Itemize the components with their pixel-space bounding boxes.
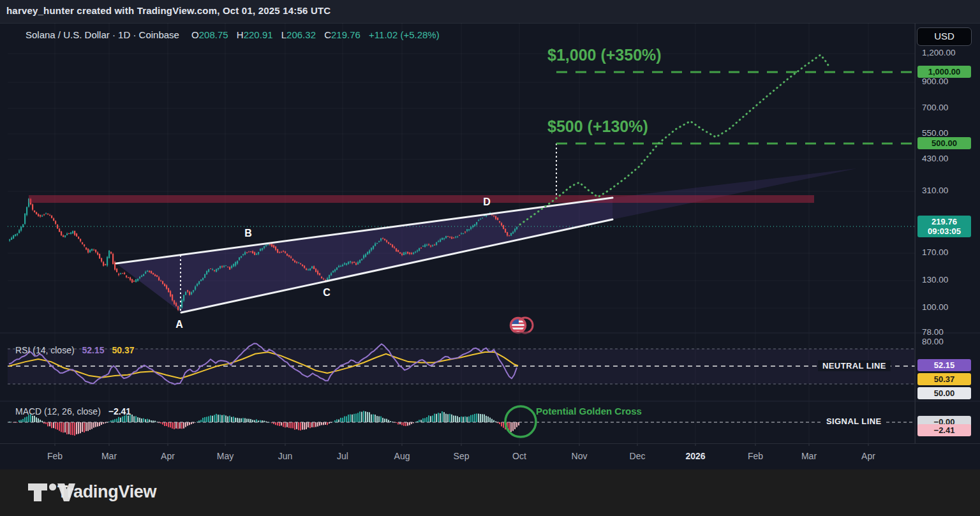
- time-axis[interactable]: FebMarAprMayJunJulAugSepOctNovDec2026Feb…: [0, 443, 980, 470]
- price-axis-label: 80.00: [922, 337, 977, 346]
- time-axis-label-Feb: Feb: [47, 451, 63, 461]
- symbol-info-row: Solana / U.S. Dollar · 1D · Coinbase O20…: [26, 29, 440, 40]
- wedge-label-C: C: [323, 287, 330, 298]
- price-badge-50000: 500.00: [917, 137, 971, 149]
- time-axis-label-Feb: Feb: [748, 451, 763, 461]
- time-axis-label-Nov: Nov: [572, 451, 588, 461]
- rsi-ma-value: 50.37: [112, 345, 134, 355]
- price-axis-label: 78.00: [922, 327, 977, 337]
- price-badge-21976: 219.76 09:03:05: [917, 216, 971, 237]
- rsi-title: RSI (14, close): [15, 345, 75, 355]
- time-axis-label-Apr: Apr: [161, 451, 175, 461]
- price-badge-100000: 1,000.00: [917, 66, 971, 78]
- price-badge-5037: 50.37: [917, 373, 971, 385]
- wedge-label-A: A: [175, 319, 183, 330]
- price-axis-label: 1,200.00: [922, 48, 977, 57]
- close-value: 219.76: [331, 29, 360, 40]
- time-axis-label-Aug: Aug: [394, 451, 410, 461]
- rsi-header: RSI (14, close) 52.15 50.37: [15, 345, 134, 355]
- footer-bar: TradingView: [0, 469, 980, 516]
- price-badge-5000: 50.00: [917, 387, 971, 399]
- change-value: +11.02 (+5.28%): [369, 29, 440, 40]
- open-label: O: [191, 29, 199, 40]
- time-axis-label-Jun: Jun: [278, 451, 293, 461]
- symbol-title[interactable]: Solana / U.S. Dollar · 1D · Coinbase: [26, 29, 179, 40]
- price-axis-label: 310.00: [922, 186, 977, 195]
- signal-line-label: SIGNAL LINE: [822, 416, 886, 427]
- macd-value: −2.41: [108, 406, 131, 416]
- price-axis-label: 550.00: [922, 128, 977, 138]
- tradingview-brand[interactable]: TradingView: [57, 482, 156, 502]
- price-axis-label: 900.00: [922, 77, 977, 86]
- tradingview-published-chart: harvey_hunter created with TradingView.c…: [0, 0, 980, 516]
- time-axis-label-2026: 2026: [685, 451, 705, 461]
- time-axis-label-Sep: Sep: [454, 451, 470, 461]
- time-axis-label-Mar: Mar: [101, 451, 117, 461]
- price-axis-label: 100.00: [922, 302, 977, 312]
- price-axis-label: 700.00: [922, 103, 977, 112]
- price-axis-label: 130.00: [922, 275, 977, 284]
- price-badge-241: −2.41: [917, 424, 971, 436]
- price-badge-5215: 52.15: [917, 359, 971, 371]
- high-label: H: [237, 29, 244, 40]
- golden-cross-annotation: Potential Golden Cross: [536, 406, 642, 416]
- price-axis-label: 170.00: [922, 247, 977, 257]
- time-axis-label-Apr: Apr: [861, 451, 875, 461]
- low-value: 206.32: [286, 29, 316, 40]
- low-label: L: [281, 29, 286, 40]
- neutral-line-label: NEUTRAL LINE: [818, 360, 891, 371]
- open-value: 208.75: [199, 29, 228, 40]
- target-annotation-500: $500 (+130%): [547, 117, 648, 136]
- time-axis-label-Dec: Dec: [630, 451, 646, 461]
- price-axis[interactable]: 1,200.00900.00700.00550.00430.00310.0017…: [915, 23, 980, 443]
- time-axis-label-Jul: Jul: [337, 451, 348, 461]
- close-label: C: [324, 29, 331, 40]
- macd-header: MACD (12, 26, close) −2.41: [15, 406, 131, 416]
- rsi-value: 52.15: [82, 345, 104, 355]
- price-chart-canvas[interactable]: ABCD: [0, 0, 980, 516]
- time-axis-label-May: May: [217, 451, 234, 461]
- price-axis-label: 430.00: [922, 154, 977, 163]
- target-annotation-1000: $1,000 (+350%): [547, 46, 662, 64]
- wedge-label-D: D: [483, 196, 491, 207]
- time-axis-label-Mar: Mar: [801, 451, 817, 461]
- time-axis-label-Oct: Oct: [512, 451, 526, 461]
- high-value: 220.91: [244, 29, 273, 40]
- macd-title: MACD (12, 26, close): [15, 406, 101, 416]
- wedge-label-B: B: [244, 228, 252, 239]
